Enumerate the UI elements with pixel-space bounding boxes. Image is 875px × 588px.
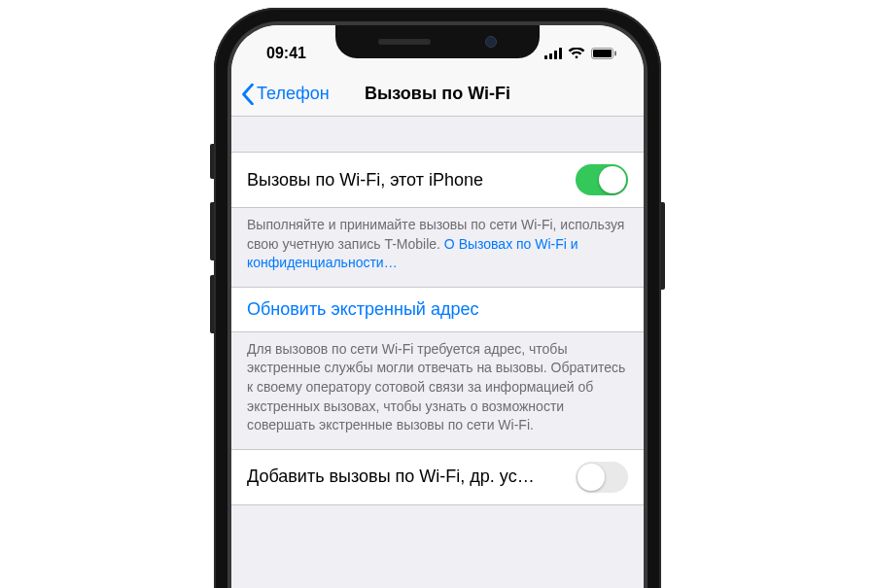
toggle-knob xyxy=(578,464,605,491)
nav-bar: Телефон Вызовы по Wi-Fi xyxy=(231,72,644,117)
back-label: Телефон xyxy=(257,84,330,104)
settings-content: Вызовы по Wi-Fi, этот iPhone Выполняйте … xyxy=(231,117,644,505)
front-camera xyxy=(485,36,497,48)
svg-rect-6 xyxy=(614,52,616,56)
chevron-left-icon xyxy=(241,84,255,105)
svg-rect-3 xyxy=(559,48,562,59)
side-button xyxy=(661,202,665,290)
back-button[interactable]: Телефон xyxy=(241,84,330,105)
svg-rect-5 xyxy=(593,50,612,57)
add-wifi-calling-other-devices-row[interactable]: Добавить вызовы по Wi-Fi, др. ус… xyxy=(231,449,644,505)
emergency-address-footer: Для вызовов по сети Wi-Fi требуется адре… xyxy=(231,332,644,449)
row-label: Вызовы по Wi-Fi, этот iPhone xyxy=(247,170,483,190)
toggle-knob xyxy=(599,166,626,193)
notch xyxy=(335,25,540,58)
svg-rect-2 xyxy=(554,51,557,59)
wifi-calling-this-iphone-row[interactable]: Вызовы по Wi-Fi, этот iPhone xyxy=(231,152,644,208)
row-label: Обновить экстренный адрес xyxy=(247,299,478,320)
wifi-calling-toggle[interactable] xyxy=(576,164,628,195)
page-title: Вызовы по Wi-Fi xyxy=(365,84,510,104)
cellular-icon xyxy=(544,48,562,59)
row-label: Добавить вызовы по Wi-Fi, др. ус… xyxy=(247,467,535,487)
wifi-calling-footer: Выполняйте и принимайте вызовы по сети W… xyxy=(231,208,644,287)
battery-icon xyxy=(591,48,616,59)
mute-switch xyxy=(210,144,214,179)
other-devices-toggle[interactable] xyxy=(576,462,628,493)
status-icons xyxy=(544,48,616,59)
svg-rect-1 xyxy=(549,53,552,59)
wifi-icon xyxy=(568,48,585,59)
volume-up-button xyxy=(210,202,214,260)
speaker xyxy=(378,39,431,45)
svg-rect-0 xyxy=(544,55,547,59)
screen: 09:41 xyxy=(231,25,644,588)
update-emergency-address-row[interactable]: Обновить экстренный адрес xyxy=(231,287,644,332)
volume-down-button xyxy=(210,275,214,333)
status-time: 09:41 xyxy=(266,45,306,62)
phone-frame: 09:41 xyxy=(214,8,661,588)
footer-text: Для вызовов по сети Wi-Fi требуется адре… xyxy=(247,341,625,432)
